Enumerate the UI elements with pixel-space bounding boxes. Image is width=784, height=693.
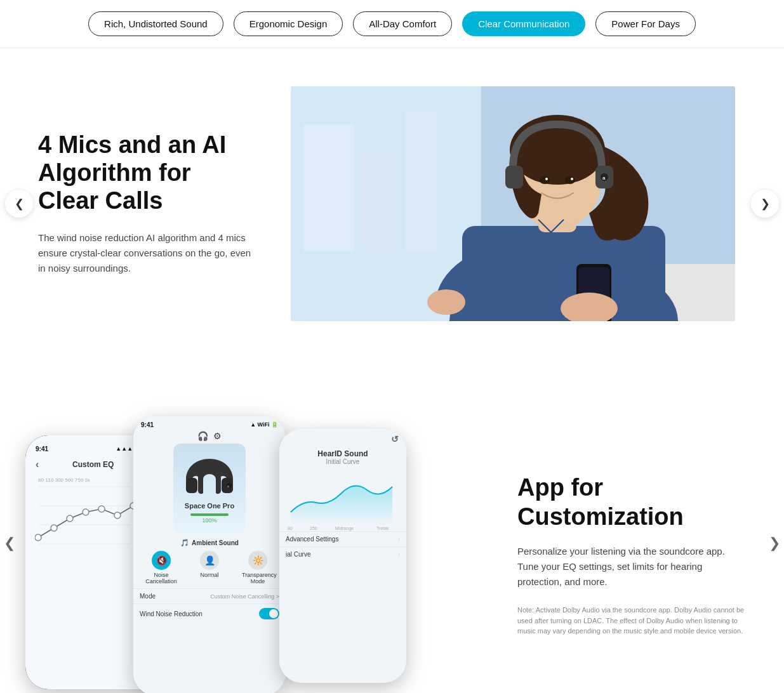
svg-rect-5 [405,112,437,251]
battery-bar-fill [190,513,229,516]
tab-clear-comm[interactable]: Clear Communication [462,11,585,36]
phone-stack: 9:41 ▲▲▲ WiFi 🔋 ‹ Custom EQ ↺ 80 110 300… [13,397,444,693]
svg-point-29 [35,534,41,541]
ambient-controls: 🔇 Noise Cancellation 👤 Normal 🔆 Transpar… [133,547,286,588]
svg-text:Midrange: Midrange [335,526,354,531]
mid-time: 9:41 [141,421,154,428]
svg-point-31 [67,515,73,522]
hearid-header: HearID Sound Initial Curve [317,444,368,468]
noise-cancel-icon: 🔇 [152,551,171,570]
mid-status: 9:41 ▲ WiFi 🔋 [133,416,286,428]
settings-icon-small[interactable]: ⚙ [213,431,222,441]
svg-text:a: a [227,484,229,488]
transparency-btn[interactable]: 🔆 Transparency Mode [242,551,274,584]
svg-point-33 [98,506,105,512]
wind-noise-row[interactable]: Wind Noise Reduction [133,604,286,623]
app-text-side: App for Customization Personalize your l… [517,397,746,652]
clear-comm-text: 4 Mics and an AI Algorithm for Clear Cal… [38,131,254,275]
svg-point-16 [540,176,550,184]
phones-container: 9:41 ▲▲▲ WiFi 🔋 ‹ Custom EQ ↺ 80 110 300… [13,397,492,693]
mode-value: Custom Noise Cancelling > [210,593,279,600]
svg-text:250: 250 [310,526,317,531]
svg-point-23 [427,289,465,315]
wind-noise-toggle[interactable] [259,608,279,619]
wind-noise-label: Wind Noise Reduction [140,610,203,617]
svg-point-17 [565,176,575,184]
tab-ergonomic[interactable]: Ergonomic Design [234,11,343,36]
mid-signal: ▲ WiFi 🔋 [250,421,278,428]
tab-rich-sound[interactable]: Rich, Undistorted Sound [88,11,223,36]
next-arrow[interactable]: ❯ [751,190,779,218]
mid-phone-screen: 9:41 ▲ WiFi 🔋 🎧 ⚙ [133,416,286,693]
advanced-settings-chevron: › [398,536,400,543]
chevron-left-icon: ❮ [15,197,24,211]
ambient-sound-icon: 🎵 [180,539,189,547]
hearid-subtitle: Initial Curve [317,458,368,465]
hearid-screen: ↺ HearID Sound Initial Curve [279,429,406,683]
app-note: Note: Activate Dolby Audio via the sound… [517,605,746,637]
app-customization-section: ❮ 9:41 ▲▲▲ WiFi 🔋 ‹ Custom EQ ↺ [0,359,784,693]
transparency-icon: 🔆 [248,551,267,570]
eq-back-btn[interactable]: ‹ [36,459,39,470]
hero-illustration: a [291,86,735,321]
app-description: Personalize your listening via the sound… [517,544,746,590]
clear-comm-heading: 4 Mics and an AI Algorithm for Clear Cal… [38,131,254,214]
normal-icon: 👤 [200,551,219,570]
mid-top-icons: 🎧 ⚙ [190,428,229,444]
ambient-header: 🎵 Ambient Sound [174,534,245,547]
sound-curve-label: ial Curve [286,551,310,558]
clear-communication-section: ❮ 4 Mics and an AI Algorithm for Clear C… [0,48,784,359]
normal-btn[interactable]: 👤 Normal [200,551,219,584]
svg-rect-3 [303,124,354,251]
app-heading: App for Customization [517,473,746,531]
normal-label: Normal [200,572,218,578]
transparency-label: Transparency Mode [242,572,274,584]
svg-text:80: 80 [288,526,293,531]
svg-rect-4 [361,150,399,251]
hearid-title: HearID Sound [317,449,368,458]
product-display: a Space One Pro 100% [173,444,246,534]
clear-comm-image: a [279,86,746,321]
advanced-settings-row[interactable]: Advanced Settings › [279,531,406,546]
battery-bar-bg [190,513,229,516]
feature-tabs: Rich, Undistorted Sound Ergonomic Design… [0,0,784,48]
phone-front: ↺ HearID Sound Initial Curve [279,429,406,683]
clear-comm-description: The wind noise reduction AI algorithm an… [38,230,254,276]
hero-image-container: a [291,86,735,321]
tab-power[interactable]: Power For Days [595,11,696,36]
tab-all-day[interactable]: All-Day Comfort [353,11,452,36]
headphone-product-img: a [181,454,238,498]
chevron-right-icon-2: ❯ [769,535,780,551]
svg-rect-37 [186,478,197,493]
eq-title: Custom EQ [72,460,114,469]
chevron-right-icon: ❯ [761,197,770,211]
noise-cancel-label: Noise Cancellation [145,572,177,584]
sound-curve-chevron: › [398,551,400,558]
sound-curve-row[interactable]: ial Curve › [279,546,406,562]
svg-text:80  110  300  500  750  1k: 80 110 300 500 750 1k [38,477,91,483]
advanced-settings-label: Advanced Settings [286,536,338,543]
svg-text:Treble: Treble [376,526,389,531]
hearid-refresh[interactable]: ↺ [391,434,399,444]
noise-cancel-btn[interactable]: 🔇 Noise Cancellation [145,551,177,584]
prev-arrow[interactable]: ❮ [5,190,33,218]
battery-pct: 100% [181,517,238,524]
hearid-status: ↺ [279,429,406,444]
mode-row[interactable]: Mode Custom Noise Cancelling > [133,588,286,604]
app-next-arrow[interactable]: ❯ [765,529,784,557]
svg-point-34 [114,512,121,518]
product-name: Space One Pro [181,502,238,510]
eq-time: 9:41 [36,446,48,452]
svg-text:a: a [602,175,606,181]
headphone-icon-small: 🎧 [197,431,208,441]
svg-rect-12 [505,166,523,188]
hearid-chart: 80 250 Midrange Treble [284,468,402,531]
phone-mid: 9:41 ▲ WiFi 🔋 🎧 ⚙ [133,416,286,693]
svg-point-32 [83,509,89,515]
svg-point-19 [571,178,573,180]
svg-point-30 [51,525,57,531]
mode-label: Mode [140,593,156,600]
svg-point-18 [545,178,548,180]
